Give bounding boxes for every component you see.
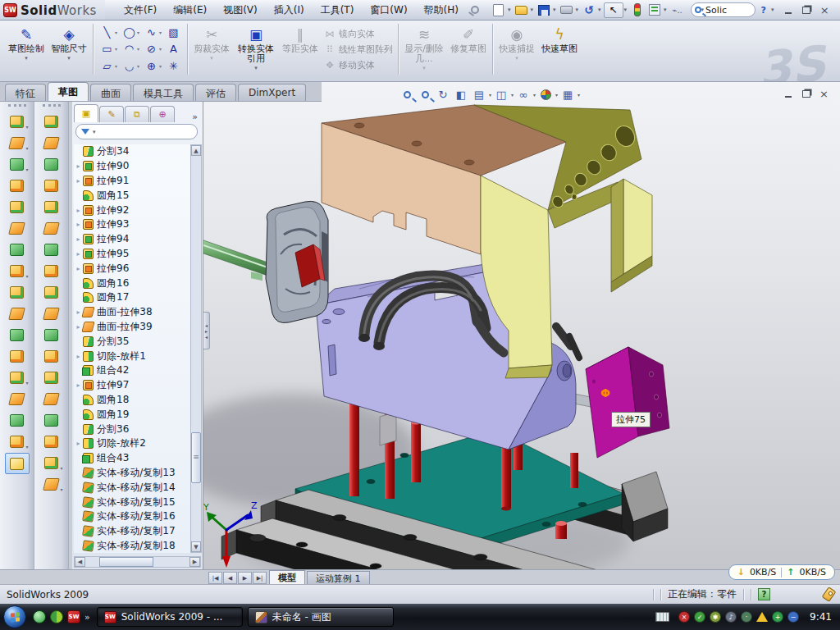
extend-surface-icon[interactable] <box>41 346 62 366</box>
scroll-left-icon[interactable]: ◀ <box>75 557 85 567</box>
quick-tips-icon[interactable]: ? <box>758 588 770 600</box>
revolved-boss-icon[interactable] <box>7 197 28 217</box>
combine-icon[interactable] <box>7 304 28 323</box>
taskbar-button-paint[interactable]: 未命名 - 画图 <box>248 607 394 627</box>
print-icon[interactable] <box>559 2 575 18</box>
expand-icon[interactable]: ▸ <box>74 440 83 447</box>
tree-item[interactable]: ▸拉伸93 <box>74 217 190 232</box>
save-icon[interactable] <box>536 2 552 18</box>
input-method-icon[interactable] <box>655 612 669 622</box>
zoom-area-icon[interactable] <box>417 87 433 103</box>
ruled-surface-icon[interactable]: ▾ <box>41 453 62 472</box>
doc-minimize-button[interactable] <box>780 87 796 100</box>
tree-item[interactable]: 实体-移动/复制16 <box>74 509 190 524</box>
messenger-icon[interactable] <box>33 610 46 623</box>
split-icon[interactable] <box>7 282 28 302</box>
tab-model[interactable]: 模型 <box>269 570 305 584</box>
volume-icon[interactable]: ♪ <box>725 611 737 623</box>
tab-草图[interactable]: 草图 <box>48 82 89 101</box>
search-input[interactable] <box>705 5 748 16</box>
model-assembly[interactable]: Φ <box>203 82 840 569</box>
toolbar-pin-icon[interactable] <box>471 6 479 14</box>
revolved-surface-icon[interactable] <box>41 133 62 153</box>
menu-item[interactable]: 工具(T) <box>313 1 362 20</box>
expand-icon[interactable]: ▸ <box>74 177 83 185</box>
sketch-entity-icon[interactable]: A <box>166 41 181 57</box>
tree-filter-box[interactable]: ▾ <box>75 124 198 139</box>
filled-surface-icon[interactable] <box>41 197 62 217</box>
expand-icon[interactable]: ▸ <box>74 381 83 389</box>
sync-status-icon[interactable]: − <box>788 611 799 623</box>
rapid-sketch-button[interactable]: ϟ 快速草图 <box>538 23 581 75</box>
lofted-surface-icon[interactable] <box>41 261 62 281</box>
taskbar-button-solidworks[interactable]: SW SolidWorks 2009 - ... <box>97 607 243 627</box>
tree-item[interactable]: 实体-移动/复制15 <box>74 495 190 509</box>
select-icon[interactable]: ↖ <box>604 2 623 18</box>
scene-icon[interactable]: ▦ <box>559 87 576 103</box>
expand-icon[interactable]: ▸ <box>74 250 83 258</box>
tags-icon[interactable] <box>822 587 837 602</box>
tree-item[interactable]: 组合43 <box>74 451 190 466</box>
tree-item[interactable]: 圆角15 <box>74 188 190 203</box>
system-update-icon[interactable]: ✱ <box>710 611 721 623</box>
menu-item[interactable]: 帮助(H) <box>417 1 466 20</box>
appearance-icon[interactable] <box>537 87 554 103</box>
knit-surface-icon[interactable] <box>41 410 62 430</box>
scrollbar-thumb[interactable] <box>191 432 201 483</box>
minimize-button[interactable] <box>781 3 797 16</box>
antivirus-shield-icon[interactable]: ✓ <box>694 611 705 623</box>
hscrollbar-thumb[interactable] <box>99 557 153 567</box>
tab-曲面[interactable]: 曲面 <box>90 84 131 101</box>
extruded-cut-icon[interactable]: ▾ <box>7 133 28 153</box>
magenta-slide-block[interactable]: Φ <box>586 347 669 458</box>
offset-surface-icon[interactable] <box>41 282 62 302</box>
tree-horizontal-scrollbar[interactable]: ◀ ▶ <box>74 556 201 568</box>
extruded-boss-icon[interactable]: ▾ <box>7 112 28 131</box>
protection-shield-icon[interactable]: + <box>772 611 783 623</box>
nozzle-block[interactable] <box>266 201 328 322</box>
rotate-view-icon[interactable]: ↻ <box>435 87 451 103</box>
sketch-entity-icon[interactable]: ✳ <box>166 58 181 74</box>
menu-item[interactable]: 文件(F) <box>116 1 164 20</box>
expand-icon[interactable]: ▸ <box>74 221 83 228</box>
tree-item[interactable]: ▸拉伸91 <box>74 174 190 189</box>
sketch-entity-icon[interactable]: ∿ <box>144 25 159 40</box>
smart-dimension-button[interactable]: ◈ 智能尺寸▾ <box>48 23 90 75</box>
instant3d-icon[interactable] <box>5 453 30 474</box>
menu-item[interactable]: 窗口(W) <box>363 1 414 20</box>
reference-geometry-icon[interactable] <box>7 410 28 430</box>
sketch-entity-icon[interactable]: ⊕ <box>144 58 159 74</box>
sketch-entity-icon[interactable]: ◡ <box>121 58 137 74</box>
tree-item[interactable]: 实体-移动/复制13 <box>74 466 190 481</box>
replace-face-icon[interactable] <box>41 325 62 345</box>
tab-模具工具[interactable]: 模具工具 <box>133 84 194 101</box>
sketch-entity-icon[interactable]: ▧ <box>166 25 181 40</box>
tree-item[interactable]: ▸拉伸92 <box>74 203 190 217</box>
delete-face-icon[interactable] <box>41 304 62 323</box>
sketch-entity-icon[interactable]: ╲ <box>99 25 115 40</box>
zoom-fit-icon[interactable] <box>399 87 415 103</box>
deform-icon[interactable]: ▾ <box>7 368 28 387</box>
tab-motion-study[interactable]: 运动算例 1 <box>307 571 370 584</box>
security-alert-icon[interactable]: × <box>678 611 690 623</box>
tree-item[interactable]: ▸拉伸95 <box>74 247 190 262</box>
usb-device-icon[interactable]: · <box>741 611 752 623</box>
run-macro-icon[interactable]: ⌁.. <box>669 2 686 18</box>
rebuild-icon[interactable] <box>629 2 646 18</box>
swept-surface-icon[interactable] <box>41 112 62 131</box>
tree-item[interactable]: ▸拉伸90 <box>74 159 190 174</box>
open-icon[interactable] <box>514 2 530 18</box>
expand-icon[interactable]: ▸ <box>74 235 83 243</box>
tree-item[interactable]: 分割34 <box>74 144 190 159</box>
tree-item[interactable]: 实体-移动/复制18 <box>74 539 190 553</box>
tree-item[interactable]: 组合42 <box>74 363 190 378</box>
support-post[interactable] <box>380 412 396 445</box>
tree-item[interactable]: 分割36 <box>74 422 190 436</box>
tree-item[interactable]: ▸拉伸96 <box>74 261 190 276</box>
scroll-up-icon[interactable]: ▲ <box>191 145 201 156</box>
freeform-surface-icon[interactable] <box>41 218 62 238</box>
expand-icon[interactable]: ▸ <box>74 207 83 214</box>
tree-item[interactable]: 圆角17 <box>74 290 190 305</box>
tree-item[interactable]: 实体-移动/复制17 <box>74 524 190 539</box>
planar-surface-icon[interactable] <box>41 240 62 259</box>
